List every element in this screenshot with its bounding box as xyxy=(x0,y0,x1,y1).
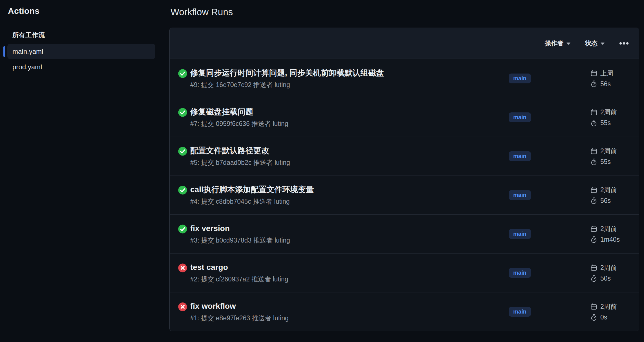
run-date: 2周前 xyxy=(600,108,617,117)
workflow-run-row[interactable]: fix workflow #1: 提交 e8e97fe263 推送者 lutin… xyxy=(170,292,639,331)
workflow-run-row[interactable]: fix version #3: 提交 b0cd9378d3 推送者 luting… xyxy=(170,214,639,253)
stopwatch-icon xyxy=(590,80,597,88)
branch-badge[interactable]: main xyxy=(509,74,531,83)
stopwatch-icon xyxy=(590,275,597,282)
run-title[interactable]: call执行脚本添加配置文件环境变量 xyxy=(190,185,314,194)
all-workflows-link[interactable]: 所有工作流 xyxy=(12,31,162,39)
run-status-icon xyxy=(178,185,187,195)
run-status-icon xyxy=(178,146,187,156)
run-duration: 1m40s xyxy=(600,236,620,243)
run-duration: 55s xyxy=(600,158,611,166)
x-circle-icon xyxy=(178,263,187,273)
sidebar-item-main-yaml[interactable]: main.yaml xyxy=(7,44,155,59)
calendar-icon xyxy=(590,225,597,233)
run-status-icon xyxy=(178,302,187,312)
run-date: 2周前 xyxy=(600,225,617,233)
kebab-horizontal-icon xyxy=(619,42,629,45)
check-circle-icon xyxy=(178,224,187,234)
run-duration: 55s xyxy=(600,119,611,127)
branch-badge[interactable]: main xyxy=(509,307,531,317)
runs-filter-bar: 操作者 状态 xyxy=(170,28,639,59)
run-commit-info: #9: 提交 16e70e7c92 推送者 luting xyxy=(190,81,384,89)
calendar-icon xyxy=(590,264,597,272)
workflow-runs-card: 操作者 状态 xyxy=(169,28,639,331)
run-title[interactable]: 修复磁盘挂载问题 xyxy=(190,107,288,117)
run-status-icon xyxy=(178,263,187,273)
calendar-icon xyxy=(590,70,597,77)
run-date: 2周前 xyxy=(600,186,617,194)
run-commit-info: #7: 提交 0959f6c636 推送者 luting xyxy=(190,120,288,128)
actions-page: Actions 所有工作流 main.yaml prod.yaml Workfl… xyxy=(0,0,644,342)
sidebar-item-prod-yaml[interactable]: prod.yaml xyxy=(7,59,155,75)
x-circle-icon xyxy=(178,302,187,312)
selected-indicator-bar xyxy=(3,46,5,57)
actor-filter-label: 操作者 xyxy=(545,39,563,48)
run-commit-info: #4: 提交 c8dbb7045c 推送者 luting xyxy=(190,197,314,205)
sidebar-title: Actions xyxy=(8,6,162,16)
check-circle-icon xyxy=(178,69,187,78)
branch-badge[interactable]: main xyxy=(509,268,531,278)
run-title[interactable]: fix version xyxy=(190,224,290,233)
sidebar: Actions 所有工作流 main.yaml prod.yaml xyxy=(0,0,162,342)
more-options-button[interactable] xyxy=(619,42,629,45)
status-filter-button[interactable]: 状态 xyxy=(585,39,605,48)
workflow-run-row[interactable]: 配置文件默认路径更改 #5: 提交 b7daad0b2c 推送者 luting … xyxy=(170,137,639,176)
check-circle-icon xyxy=(178,108,187,117)
branch-badge[interactable]: main xyxy=(509,229,531,239)
check-circle-icon xyxy=(178,146,187,156)
run-title[interactable]: test cargo xyxy=(190,263,288,272)
run-date: 上周 xyxy=(600,69,613,78)
run-title[interactable]: 修复同步运行时间计算问题, 同步关机前卸载默认组磁盘 xyxy=(190,68,384,78)
status-filter-label: 状态 xyxy=(585,39,597,48)
run-title[interactable]: fix workflow xyxy=(190,301,289,311)
run-duration: 56s xyxy=(600,197,611,205)
actor-filter-button[interactable]: 操作者 xyxy=(545,39,570,48)
stopwatch-icon xyxy=(590,119,597,127)
chevron-down-icon xyxy=(566,43,570,45)
branch-badge[interactable]: main xyxy=(509,151,531,161)
run-title[interactable]: 配置文件默认路径更改 xyxy=(190,146,290,156)
stopwatch-icon xyxy=(590,314,597,321)
run-status-icon xyxy=(178,224,187,234)
run-date: 2周前 xyxy=(600,302,617,311)
calendar-icon xyxy=(590,303,597,310)
run-status-icon xyxy=(178,108,187,117)
workflow-label: prod.yaml xyxy=(12,63,42,71)
runs-list: 修复同步运行时间计算问题, 同步关机前卸载默认组磁盘 #9: 提交 16e70e… xyxy=(170,59,639,331)
check-circle-icon xyxy=(178,185,187,195)
run-duration: 0s xyxy=(600,314,607,321)
branch-badge[interactable]: main xyxy=(509,112,531,122)
branch-badge[interactable]: main xyxy=(509,190,531,200)
stopwatch-icon xyxy=(590,197,597,205)
calendar-icon xyxy=(590,148,597,155)
run-commit-info: #1: 提交 e8e97fe263 推送者 luting xyxy=(190,314,289,322)
run-duration: 50s xyxy=(600,275,611,282)
stopwatch-icon xyxy=(590,236,597,243)
run-duration: 56s xyxy=(600,80,611,88)
run-status-icon xyxy=(178,69,187,78)
calendar-icon xyxy=(590,186,597,194)
run-commit-info: #2: 提交 cf260937a2 推送者 luting xyxy=(190,275,288,283)
workflow-run-row[interactable]: 修复磁盘挂载问题 #7: 提交 0959f6c636 推送者 luting ma… xyxy=(170,98,639,137)
run-date: 2周前 xyxy=(600,147,617,156)
run-commit-info: #5: 提交 b7daad0b2c 推送者 luting xyxy=(190,159,290,166)
workflow-run-row[interactable]: call执行脚本添加配置文件环境变量 #4: 提交 c8dbb7045c 推送者… xyxy=(170,176,639,214)
calendar-icon xyxy=(590,109,597,116)
chevron-down-icon xyxy=(601,43,605,45)
workflow-list: main.yaml prod.yaml xyxy=(0,44,162,75)
workflow-run-row[interactable]: 修复同步运行时间计算问题, 同步关机前卸载默认组磁盘 #9: 提交 16e70e… xyxy=(170,59,639,98)
stopwatch-icon xyxy=(590,158,597,166)
run-date: 2周前 xyxy=(600,263,617,272)
workflow-label: main.yaml xyxy=(12,48,43,55)
main-content: Workflow Runs 操作者 状态 xyxy=(162,0,644,342)
workflow-run-row[interactable]: test cargo #2: 提交 cf260937a2 推送者 luting … xyxy=(170,253,639,292)
run-commit-info: #3: 提交 b0cd9378d3 推送者 luting xyxy=(190,236,290,244)
page-title: Workflow Runs xyxy=(171,7,639,17)
